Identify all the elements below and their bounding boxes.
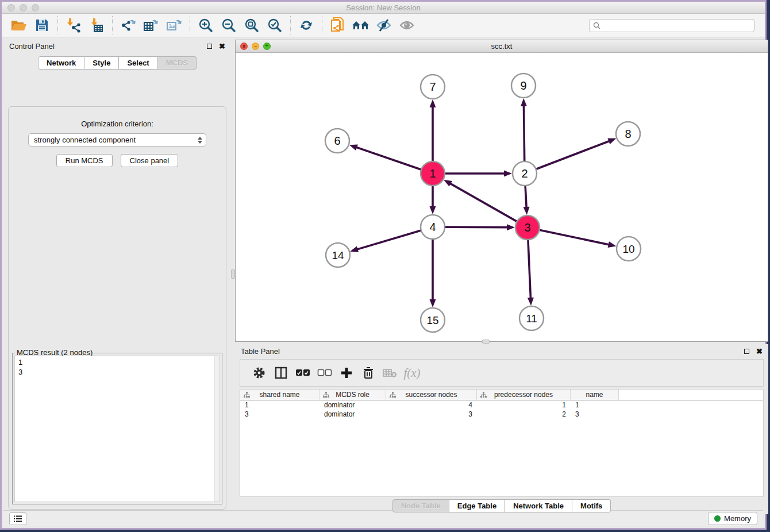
float-panel-icon[interactable] <box>207 44 212 49</box>
titlebar: Session: New Session <box>2 2 765 14</box>
save-icon[interactable] <box>30 16 53 35</box>
cell-shared-name[interactable]: 3 <box>240 410 319 418</box>
cell-MCDS-role[interactable]: dominator <box>319 410 386 418</box>
edge-4-14[interactable] <box>356 230 421 250</box>
memory-button[interactable]: Memory <box>708 512 757 525</box>
result-scrollbar[interactable] <box>214 356 220 502</box>
main-toolbar <box>2 14 765 37</box>
table-panel-header: Table Panel ✖ <box>235 344 768 358</box>
edge-2-9[interactable] <box>523 104 524 161</box>
node-label-1: 1 <box>429 167 436 180</box>
edge-3-10[interactable] <box>540 230 611 245</box>
tab-mcds[interactable]: MCDS <box>158 56 197 70</box>
search-field[interactable] <box>589 19 754 32</box>
column-header-name[interactable]: name <box>571 390 619 400</box>
arrowhead-1-6 <box>349 144 358 150</box>
edge-2-3[interactable] <box>525 186 526 209</box>
column-header-predecessor-nodes[interactable]: predecessor nodes <box>477 390 571 400</box>
table-type-tabs: Node TableEdge TableNetwork TableMotifs <box>235 499 768 512</box>
mcds-result-text[interactable]: 1 3 <box>14 356 220 502</box>
edge-3-11[interactable] <box>528 240 531 300</box>
export-image-icon[interactable] <box>163 16 186 35</box>
task-history-button[interactable] <box>9 512 26 525</box>
search-icon <box>593 22 600 29</box>
close-panel-button[interactable]: Close panel <box>121 154 179 167</box>
add-row-icon[interactable] <box>336 363 357 383</box>
network-canvas[interactable]: 7968124314101511 <box>236 53 768 341</box>
optimization-criterion-dropdown[interactable]: strongly connected component <box>28 133 206 147</box>
dropdown-stepper-icon <box>198 137 202 144</box>
show-column-panel-icon[interactable] <box>270 363 292 383</box>
search-input[interactable] <box>603 21 750 29</box>
tab-style[interactable]: Style <box>84 56 119 70</box>
cell-name[interactable]: 1 <box>571 401 619 409</box>
control-panel-title: Control Panel <box>9 42 55 51</box>
tab-edge-table[interactable]: Edge Table <box>449 499 505 512</box>
vertical-splitter-handle[interactable] <box>231 269 235 279</box>
table-settings-icon[interactable] <box>248 363 270 383</box>
delete-rows-icon[interactable] <box>357 363 379 383</box>
table-row[interactable]: 1dominator411 <box>240 400 763 410</box>
arrowhead-1-4 <box>430 206 436 214</box>
table-row[interactable]: 3dominator323 <box>240 410 763 419</box>
zoom-selected-icon[interactable] <box>263 16 286 35</box>
arrowhead-4-14 <box>350 246 359 252</box>
column-header-shared-name[interactable]: shared name <box>240 390 319 400</box>
export-network-icon[interactable] <box>117 16 140 35</box>
zoom-out-icon[interactable] <box>217 16 240 35</box>
node-table: shared nameMCDS rolesuccessor nodesprede… <box>240 389 764 497</box>
clone-network-icon[interactable] <box>326 16 349 35</box>
tab-network-table[interactable]: Network Table <box>505 499 572 512</box>
arrowhead-4-3 <box>507 224 515 230</box>
hide-selected-icon[interactable] <box>372 16 395 35</box>
tab-network[interactable]: Network <box>38 56 84 70</box>
zoom-in-icon[interactable] <box>194 16 217 35</box>
refresh-layout-icon[interactable] <box>295 16 318 35</box>
arrowhead-3-11 <box>528 298 534 306</box>
column-header-successor-nodes[interactable]: successor nodes <box>386 390 477 400</box>
cell-successor-nodes[interactable]: 3 <box>386 410 477 418</box>
run-mcds-button[interactable]: Run MCDS <box>56 154 113 167</box>
arrowhead-1-2 <box>504 171 512 177</box>
network-graph[interactable]: 7968124314101511 <box>236 53 768 342</box>
tab-node-table[interactable]: Node Table <box>392 499 449 512</box>
edge-4-3[interactable] <box>445 227 509 228</box>
node-label-7: 7 <box>429 80 436 93</box>
import-table-icon[interactable] <box>85 16 108 35</box>
function-builder-icon: f(x) <box>401 363 423 383</box>
horizontal-splitter-handle[interactable] <box>482 340 490 344</box>
cell-successor-nodes[interactable]: 4 <box>386 401 477 409</box>
table-header-row: shared nameMCDS rolesuccessor nodesprede… <box>240 390 763 400</box>
cell-predecessor-nodes[interactable]: 1 <box>477 401 571 409</box>
edge-2-8[interactable] <box>536 140 611 169</box>
close-panel-icon[interactable]: ✖ <box>219 43 225 50</box>
dropdown-value: strongly connected component <box>34 136 136 144</box>
toolbar-separator <box>112 16 113 34</box>
show-selected-icon[interactable] <box>395 16 418 35</box>
open-file-icon[interactable] <box>7 16 30 35</box>
toolbar-separator <box>290 16 291 34</box>
delete-table-icon[interactable] <box>379 363 401 383</box>
node-label-8: 8 <box>625 128 631 140</box>
float-table-panel-icon[interactable] <box>744 349 749 354</box>
cell-shared-name[interactable]: 1 <box>240 401 319 409</box>
export-table-icon[interactable] <box>140 16 163 35</box>
edge-3-1[interactable] <box>449 183 517 222</box>
close-table-panel-icon[interactable]: ✖ <box>756 348 763 355</box>
node-label-10: 10 <box>622 243 634 255</box>
show-hide-panels-icon[interactable] <box>349 16 372 35</box>
select-all-checkboxes-icon[interactable] <box>292 363 314 383</box>
memory-status-dot <box>714 515 721 522</box>
import-network-icon[interactable] <box>62 16 85 35</box>
cell-predecessor-nodes[interactable]: 2 <box>477 410 571 418</box>
tab-select[interactable]: Select <box>119 56 157 70</box>
arrowhead-2-3 <box>523 207 530 215</box>
zoom-fit-icon[interactable] <box>240 16 263 35</box>
edge-1-6[interactable] <box>355 147 421 169</box>
table-panel-title: Table Panel <box>241 347 280 356</box>
tab-motifs[interactable]: Motifs <box>572 499 611 512</box>
deselect-all-checkboxes-icon[interactable] <box>314 363 336 383</box>
cell-MCDS-role[interactable]: dominator <box>319 401 386 409</box>
cell-name[interactable]: 3 <box>571 410 619 418</box>
column-header-MCDS-role[interactable]: MCDS role <box>319 390 386 400</box>
